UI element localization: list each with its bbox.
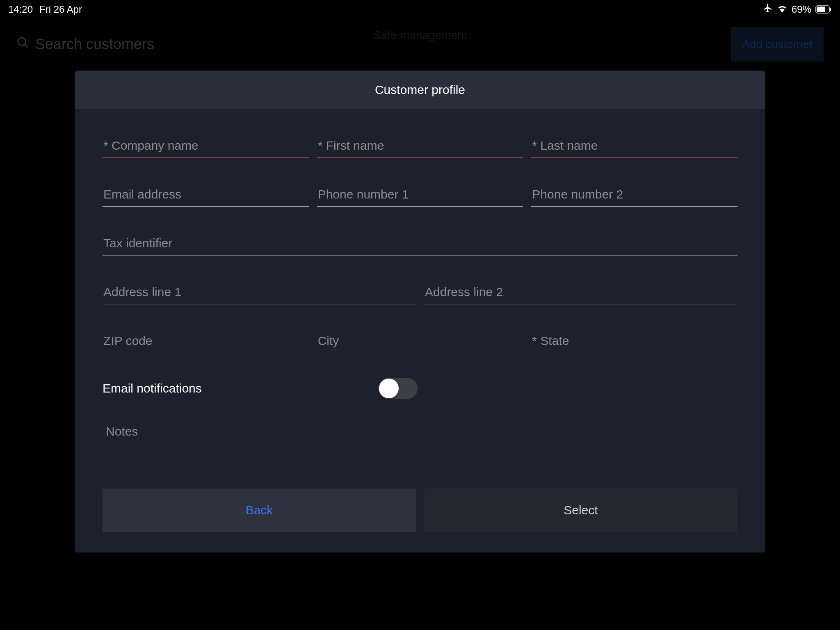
address2-field[interactable]: [424, 280, 737, 304]
first-name-field-wrap: [317, 134, 523, 158]
email-field[interactable]: [103, 183, 309, 207]
add-customer-button[interactable]: Add customer: [731, 27, 824, 62]
modal-title: Customer profile: [75, 71, 765, 109]
status-time: 14:20: [8, 4, 33, 15]
first-name-field[interactable]: [317, 134, 523, 158]
toggle-knob: [379, 379, 399, 398]
svg-line-4: [25, 44, 28, 48]
status-bar: 14:20 Fri 26 Apr 69%: [0, 0, 840, 19]
wifi-icon: [777, 4, 788, 15]
zip-field[interactable]: [103, 329, 309, 353]
company-name-field[interactable]: [103, 134, 309, 158]
tax-id-field[interactable]: [103, 231, 737, 256]
airplane-mode-icon: [763, 3, 773, 16]
state-field[interactable]: [531, 329, 737, 353]
address2-field-wrap: [424, 280, 737, 304]
city-field[interactable]: [317, 329, 523, 353]
select-button[interactable]: Select: [424, 488, 737, 532]
email-field-wrap: [103, 183, 309, 207]
notes-field[interactable]: [103, 420, 737, 443]
svg-rect-1: [817, 7, 825, 12]
customer-profile-modal: Customer profile: [75, 71, 765, 552]
background-header: Search customers Add customer: [0, 19, 840, 70]
back-button[interactable]: Back: [103, 488, 416, 532]
address1-field[interactable]: [103, 280, 416, 304]
search-area: Search customers: [16, 36, 154, 53]
battery-percent: 69%: [792, 4, 811, 15]
phone1-field-wrap: [317, 183, 523, 207]
email-notifications-label: Email notifications: [103, 381, 202, 395]
address1-field-wrap: [103, 280, 416, 304]
city-field-wrap: [317, 329, 523, 353]
status-date: Fri 26 Apr: [39, 4, 82, 15]
last-name-field-wrap: [531, 134, 737, 158]
svg-rect-2: [830, 8, 831, 11]
search-placeholder-text: Search customers: [35, 36, 154, 53]
phone2-field[interactable]: [531, 183, 737, 207]
tax-id-field-wrap: [103, 231, 737, 256]
background-page-title: Safe management: [373, 29, 467, 42]
company-name-field-wrap: [103, 134, 309, 158]
state-field-wrap: [531, 329, 737, 353]
email-notifications-toggle[interactable]: [378, 378, 418, 399]
battery-icon: [815, 5, 832, 14]
last-name-field[interactable]: [531, 134, 737, 158]
zip-field-wrap: [103, 329, 309, 353]
svg-point-3: [18, 38, 26, 46]
phone2-field-wrap: [531, 183, 737, 207]
search-icon: [16, 36, 30, 53]
phone1-field[interactable]: [317, 183, 523, 207]
